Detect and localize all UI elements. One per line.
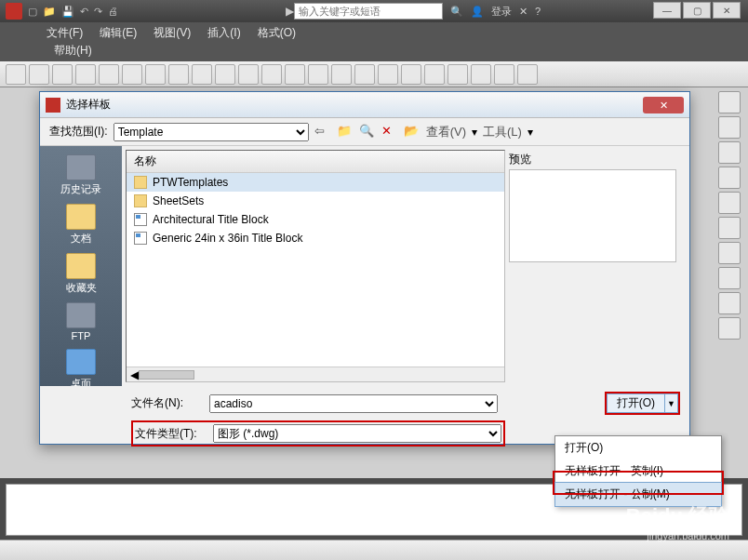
binoculars-icon[interactable]: 🔍	[450, 6, 463, 18]
palette-button[interactable]	[718, 91, 741, 113]
sidebar-favorites[interactable]: 收藏夹	[66, 250, 97, 298]
file-list[interactable]: 名称 PTWTemplates SheetSets Architectural …	[126, 150, 505, 382]
qat-save-icon[interactable]: 💾	[61, 6, 74, 18]
filename-row: 文件名(N): acadiso 打开(O) ▼	[131, 392, 680, 415]
toolbar-button[interactable]	[378, 64, 398, 85]
toolbar-button[interactable]	[99, 64, 119, 85]
qat-open-icon[interactable]: 📁	[43, 6, 56, 18]
filename-label: 文件名(N):	[131, 395, 204, 411]
app-logo	[6, 3, 22, 20]
dialog-body: 历史记录 文档 收藏夹 FTP 桌面 名称 PTWTemplates Sheet…	[40, 146, 689, 386]
toolbar-button[interactable]	[52, 64, 73, 85]
maximize-button[interactable]: ▢	[683, 2, 711, 19]
close-button[interactable]: ✕	[713, 2, 741, 19]
search-input[interactable]	[294, 3, 443, 20]
list-item[interactable]: PTWTemplates	[127, 173, 504, 192]
toolbar-button[interactable]	[447, 64, 468, 85]
list-item[interactable]: Architectural Title Block	[127, 210, 504, 229]
open-button[interactable]: 打开(O)	[607, 393, 665, 413]
palette-button[interactable]	[718, 167, 741, 189]
palette-button[interactable]	[718, 141, 741, 164]
dialog-toolbar: 查找范围(I): Template ⇦ 📁 🔍 ✕ 📂 查看(V) ▾ 工具(L…	[40, 118, 689, 146]
sidebar-documents[interactable]: 文档	[66, 201, 96, 248]
menu-no-template-metric[interactable]: 无样板打开 - 公制(M)	[554, 482, 722, 507]
palette-button[interactable]	[718, 217, 741, 239]
toolbar-button[interactable]	[331, 64, 352, 85]
sidebar-desktop[interactable]: 桌面	[66, 346, 96, 386]
toolbar-button[interactable]	[401, 64, 421, 85]
dialog-header: 选择样板 ✕	[40, 92, 689, 118]
toolbar-button[interactable]	[494, 64, 514, 85]
menu-view[interactable]: 视图(V)	[154, 25, 191, 41]
toolbar-button[interactable]	[6, 64, 26, 85]
file-pane: 名称 PTWTemplates SheetSets Architectural …	[122, 146, 689, 386]
palette-button[interactable]	[718, 267, 741, 289]
palette-button[interactable]	[718, 292, 741, 314]
list-item[interactable]: Generic 24in x 36in Title Block	[127, 229, 504, 247]
sidebar-ftp[interactable]: FTP	[66, 300, 96, 344]
lookin-select[interactable]: Template	[114, 123, 309, 141]
sidebar-history[interactable]: 历史记录	[60, 152, 101, 199]
minimize-button[interactable]: —	[653, 2, 681, 19]
menu-open[interactable]: 打开(O)	[555, 436, 721, 460]
user-icon[interactable]: 👤	[471, 6, 484, 18]
horizontal-scrollbar[interactable]: ◀	[127, 367, 504, 381]
up-icon[interactable]: 📁	[337, 124, 354, 140]
toolbar-button[interactable]	[285, 64, 305, 85]
menu-format[interactable]: 格式(O)	[258, 25, 296, 41]
menu-insert[interactable]: 插入(I)	[207, 25, 240, 41]
preview-box	[509, 169, 676, 262]
toolbar-button[interactable]	[354, 64, 375, 85]
palette-button[interactable]	[718, 317, 741, 340]
toolbar-button[interactable]	[75, 64, 96, 85]
list-item[interactable]: SheetSets	[127, 192, 504, 210]
toolbar-button[interactable]	[145, 64, 166, 85]
search-web-icon[interactable]: 🔍	[359, 124, 376, 140]
toolbar-button[interactable]	[29, 64, 49, 85]
view-dropdown[interactable]: 查看(V)	[426, 124, 466, 140]
toolbar-button[interactable]	[517, 64, 538, 85]
toolbar	[0, 61, 748, 87]
qat-new-icon[interactable]: ▢	[28, 6, 37, 18]
tools-dropdown[interactable]: 工具(L)	[483, 124, 522, 140]
filename-input[interactable]: acadiso	[209, 394, 498, 413]
toolbar-button[interactable]	[215, 64, 235, 85]
back-icon[interactable]: ⇦	[314, 124, 331, 140]
file-icon	[134, 232, 147, 245]
menu-no-template-imperial[interactable]: 无样板打开 - 英制(I)	[555, 460, 721, 483]
palette-button[interactable]	[718, 116, 741, 139]
new-folder-icon[interactable]: 📂	[404, 124, 421, 140]
open-button-group: 打开(O) ▼	[605, 392, 680, 415]
menu-file[interactable]: 文件(F)	[47, 25, 83, 41]
palette-button[interactable]	[718, 242, 741, 264]
toolbar-button[interactable]	[261, 64, 282, 85]
dialog-close-button[interactable]: ✕	[643, 97, 684, 113]
open-dropdown-button[interactable]: ▼	[665, 393, 678, 413]
menu-help[interactable]: 帮助(H)	[54, 44, 92, 57]
folder-icon	[134, 176, 147, 189]
toolbar-button[interactable]	[168, 64, 189, 85]
toolbar-button[interactable]	[192, 64, 212, 85]
folder-icon	[134, 194, 147, 207]
menu-edit[interactable]: 编辑(E)	[100, 25, 137, 41]
column-header-name[interactable]: 名称	[127, 151, 504, 173]
right-palette	[718, 91, 744, 340]
filetype-select[interactable]: 图形 (*.dwg)	[213, 424, 501, 443]
toolbar-button[interactable]	[238, 64, 259, 85]
toolbar-button[interactable]	[122, 64, 142, 85]
menubar-row2: 帮助(H)	[0, 43, 748, 61]
statusbar	[0, 540, 748, 560]
toolbar-button[interactable]	[471, 64, 491, 85]
login-label[interactable]: 登录	[491, 5, 512, 19]
qat-print-icon[interactable]: 🖨	[108, 6, 118, 17]
toolbar-button[interactable]	[308, 64, 328, 85]
qat-undo-icon[interactable]: ↶	[80, 6, 88, 18]
filetype-label: 文件类型(T):	[135, 426, 207, 442]
delete-icon[interactable]: ✕	[381, 124, 398, 140]
search-arrow-icon[interactable]: ▶	[286, 5, 294, 18]
help-icon[interactable]: ?	[535, 6, 541, 17]
toolbar-button[interactable]	[424, 64, 445, 85]
qat-redo-icon[interactable]: ↷	[94, 6, 102, 18]
exchange-icon[interactable]: ✕	[519, 6, 528, 18]
palette-button[interactable]	[718, 192, 741, 214]
